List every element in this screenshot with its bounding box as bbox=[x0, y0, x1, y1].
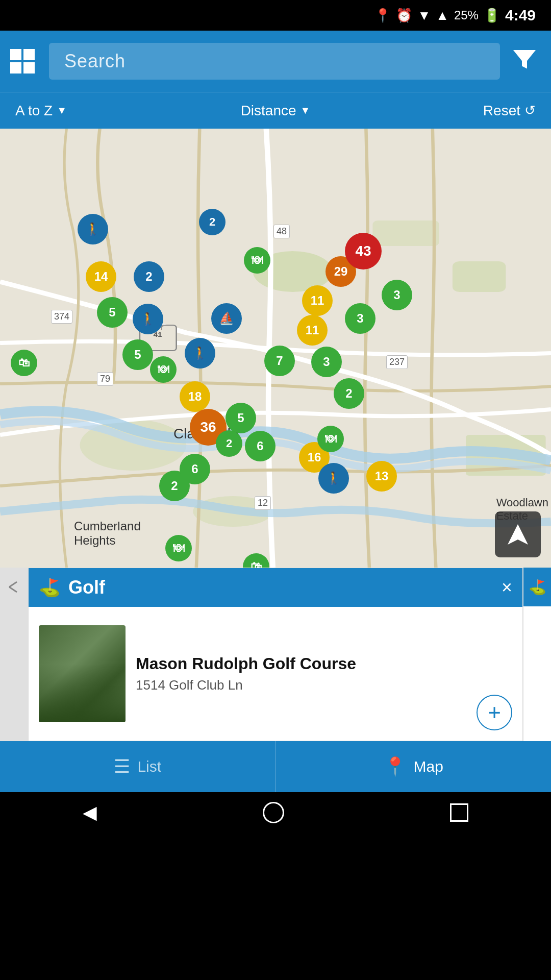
home-button[interactable] bbox=[263, 802, 284, 823]
status-icons: 📍 ⏰ ▼ ▲ 25% 🔋 4:49 bbox=[374, 7, 536, 24]
recents-button[interactable] bbox=[450, 803, 468, 822]
grid-cell bbox=[10, 62, 21, 74]
marker-shop1[interactable]: 🛍 bbox=[11, 350, 37, 376]
card-body: Mason Rudolph Golf Course 1514 Golf Club… bbox=[29, 607, 522, 741]
marker-food2[interactable]: 🍽 bbox=[150, 356, 177, 383]
marker-2a[interactable]: 2 bbox=[134, 261, 164, 292]
back-button[interactable]: ◀ bbox=[83, 802, 97, 823]
marker-2-top[interactable]: 2 bbox=[199, 209, 226, 235]
main-card: ⛳ Golf × Mason Rudolph Golf Course 1514 … bbox=[28, 568, 523, 741]
tab-list[interactable]: ☰ List bbox=[0, 741, 276, 792]
marker-3b[interactable]: 3 bbox=[345, 303, 375, 334]
marker-43[interactable]: 43 bbox=[345, 233, 382, 270]
svg-rect-3 bbox=[453, 261, 506, 292]
navigation-button[interactable] bbox=[495, 511, 541, 557]
add-to-itinerary-button[interactable]: + bbox=[477, 695, 512, 730]
card-close-button[interactable]: × bbox=[502, 577, 512, 598]
reset-icon: ↺ bbox=[524, 103, 536, 118]
grid-cell bbox=[10, 49, 21, 60]
header: Search bbox=[0, 31, 551, 92]
marker-5c[interactable]: 5 bbox=[226, 403, 256, 433]
marker-2d[interactable]: 2 bbox=[334, 378, 364, 409]
marker-3c[interactable]: 3 bbox=[382, 280, 412, 310]
next-card-icon: ⛳ bbox=[529, 579, 546, 596]
grid-menu-button[interactable] bbox=[10, 49, 41, 74]
list-icon: ☰ bbox=[114, 756, 130, 777]
grid-cell bbox=[23, 62, 35, 74]
marker-6a[interactable]: 6 bbox=[180, 454, 210, 484]
marker-food3[interactable]: 🍽 bbox=[317, 426, 344, 452]
venue-address: 1514 Golf Club Ln bbox=[136, 677, 466, 693]
search-input[interactable]: Search bbox=[49, 43, 500, 80]
marker-2c[interactable]: 2 bbox=[216, 430, 242, 457]
sort-az-label: A to Z bbox=[15, 103, 53, 119]
marker-food4[interactable]: 🍽 bbox=[165, 535, 192, 561]
marker-3a[interactable]: 3 bbox=[311, 347, 342, 377]
map-area[interactable]: ALT 41 374 79 48 237 12 149 13 Clarksvil… bbox=[0, 129, 551, 568]
map-icon: 📍 bbox=[384, 756, 407, 777]
alarm-icon: ⏰ bbox=[396, 8, 412, 23]
svg-line-12 bbox=[9, 582, 17, 587]
add-button-icon: + bbox=[488, 700, 501, 725]
marker-boat[interactable]: ⛵ bbox=[211, 303, 242, 334]
sort-distance-label: Distance bbox=[241, 103, 296, 119]
marker-13[interactable]: 13 bbox=[366, 461, 397, 492]
next-card-preview[interactable]: ⛳ bbox=[523, 568, 551, 741]
battery-percent: 25% bbox=[454, 8, 479, 22]
marker-hiker1[interactable]: 🚶 bbox=[78, 214, 108, 244]
sort-distance-button[interactable]: Distance ▼ bbox=[117, 103, 434, 119]
marker-food1[interactable]: 🍽 bbox=[244, 247, 270, 274]
bottom-nav: ☰ List 📍 Map bbox=[0, 741, 551, 792]
sort-bar: A to Z ▼ Distance ▼ Reset ↺ bbox=[0, 92, 551, 129]
marker-14[interactable]: 14 bbox=[86, 261, 116, 292]
reset-label: Reset bbox=[483, 103, 520, 119]
svg-marker-0 bbox=[514, 51, 535, 68]
marker-6b[interactable]: 6 bbox=[245, 431, 276, 461]
previous-card-button[interactable] bbox=[0, 568, 28, 606]
cards-area: ⛳ Golf × Mason Rudolph Golf Course 1514 … bbox=[0, 568, 551, 741]
marker-5a[interactable]: 5 bbox=[97, 297, 128, 328]
wifi-icon: ▼ bbox=[417, 8, 431, 23]
marker-7[interactable]: 7 bbox=[264, 346, 295, 376]
battery-icon: 🔋 bbox=[484, 8, 500, 23]
marker-hiker3[interactable]: 🚶 bbox=[185, 338, 215, 369]
android-nav-bar: ◀ bbox=[0, 792, 551, 833]
golf-icon: ⛳ bbox=[39, 577, 60, 598]
list-label: List bbox=[137, 758, 161, 775]
grid-cell bbox=[23, 49, 35, 60]
venue-info: Mason Rudolph Golf Course 1514 Golf Club… bbox=[136, 654, 466, 693]
filter-button[interactable] bbox=[508, 42, 541, 80]
card-header: ⛳ Golf × bbox=[29, 568, 522, 607]
svg-marker-11 bbox=[508, 524, 528, 545]
card-category: Golf bbox=[68, 577, 493, 598]
location-icon: 📍 bbox=[374, 8, 391, 23]
marker-5b[interactable]: 5 bbox=[122, 339, 153, 370]
map-label: Map bbox=[414, 758, 443, 775]
search-placeholder: Search bbox=[64, 51, 126, 72]
status-bar: 📍 ⏰ ▼ ▲ 25% 🔋 4:49 bbox=[0, 0, 551, 31]
sort-distance-arrow: ▼ bbox=[300, 105, 311, 116]
venue-name: Mason Rudolph Golf Course bbox=[136, 654, 466, 673]
marker-11b[interactable]: 11 bbox=[297, 315, 328, 346]
marker-11a[interactable]: 11 bbox=[302, 285, 333, 316]
marker-hiker4[interactable]: 🚶 bbox=[318, 463, 349, 494]
signal-icon: ▲ bbox=[436, 8, 449, 23]
svg-line-13 bbox=[9, 587, 17, 592]
svg-rect-4 bbox=[372, 220, 439, 246]
clock: 4:49 bbox=[505, 7, 536, 24]
tab-map[interactable]: 📍 Map bbox=[276, 741, 552, 792]
sort-az-arrow: ▼ bbox=[57, 105, 67, 116]
venue-image bbox=[39, 625, 126, 722]
sort-az-button[interactable]: A to Z ▼ bbox=[15, 103, 117, 119]
marker-18[interactable]: 18 bbox=[180, 381, 210, 412]
reset-button[interactable]: Reset ↺ bbox=[434, 103, 536, 119]
marker-hiker2[interactable]: 🚶 bbox=[133, 304, 163, 334]
next-card-header: ⛳ bbox=[523, 568, 551, 606]
venue-image-content bbox=[39, 625, 126, 722]
